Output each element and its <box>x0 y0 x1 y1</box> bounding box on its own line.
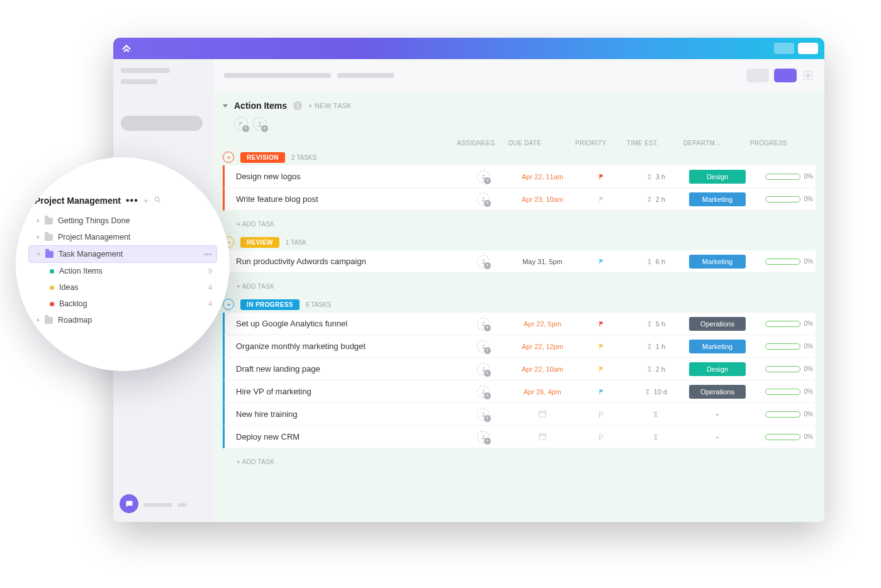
task-row[interactable]: Set up Google Analytics funnel Apr 22, 5… <box>223 313 816 335</box>
department[interactable]: - <box>686 409 749 420</box>
department[interactable]: Marketing <box>686 340 749 353</box>
due-date[interactable]: Apr 22, 12pm <box>511 343 574 350</box>
task-row[interactable]: Write feature blog post Apr 23, 10am2 hM… <box>223 188 816 211</box>
settings-icon[interactable] <box>802 69 814 82</box>
add-task-button[interactable]: + ADD TASK <box>223 278 816 295</box>
time-estimate[interactable]: 2 h <box>629 196 682 203</box>
task-row[interactable]: Hire VP of marketing Apr 26, 4pm10 dOper… <box>223 380 816 403</box>
priority-flag[interactable] <box>578 433 626 441</box>
due-date[interactable]: Apr 22, 5pm <box>511 320 574 328</box>
due-date[interactable]: Apr 22, 11am <box>511 173 574 180</box>
task-row[interactable]: Organize monthly marketing budget Apr 22… <box>223 335 816 358</box>
time-estimate[interactable]: 10 d <box>629 388 682 396</box>
sidebar-folder-item[interactable]: Project Management <box>28 229 217 245</box>
priority-flag[interactable] <box>578 411 626 418</box>
time-estimate-empty[interactable] <box>629 411 682 418</box>
sidebar-folder-item[interactable]: Roadmap <box>28 312 217 328</box>
sidebar-folder-item[interactable]: Task Management••• <box>28 245 217 263</box>
window-minimize-button[interactable] <box>774 43 794 54</box>
add-icon[interactable]: + <box>143 196 149 206</box>
due-date-empty[interactable] <box>511 409 574 419</box>
task-name[interactable]: Deploy new CRM <box>236 432 456 441</box>
due-date-empty[interactable] <box>511 432 574 442</box>
task-row[interactable]: Deploy new CRM - 0% <box>223 426 816 448</box>
department[interactable]: Marketing <box>686 192 749 206</box>
time-estimate[interactable]: 6 h <box>629 258 682 265</box>
task-name[interactable]: Set up Google Analytics funnel <box>236 319 456 328</box>
assignee[interactable] <box>459 340 507 353</box>
task-row[interactable]: New hire training - 0% <box>223 403 816 426</box>
task-name[interactable]: Write feature blog post <box>236 194 456 204</box>
progress[interactable]: 0% <box>753 343 816 350</box>
chat-fab[interactable] <box>120 494 138 513</box>
assignee[interactable] <box>459 318 507 330</box>
toolbar-view-button-active[interactable] <box>774 69 797 82</box>
assignee[interactable] <box>459 408 507 421</box>
task-row[interactable]: Draft new landing page Apr 22, 10am2 hDe… <box>223 358 816 380</box>
new-task-button[interactable]: + NEW TASK <box>308 102 352 109</box>
progress[interactable]: 0% <box>753 433 816 440</box>
time-estimate[interactable]: 1 h <box>629 343 682 350</box>
info-icon[interactable]: i <box>293 101 302 110</box>
due-date[interactable]: Apr 23, 10am <box>511 196 574 203</box>
assignee[interactable] <box>459 386 507 398</box>
department[interactable]: Design <box>686 362 749 376</box>
task-name[interactable]: New hire training <box>236 409 456 419</box>
task-name[interactable]: Draft new landing page <box>236 364 456 374</box>
add-task-button[interactable]: + ADD TASK <box>223 453 816 470</box>
progress[interactable]: 0% <box>753 411 816 418</box>
task-row[interactable]: Run productivity Adwords campaign May 31… <box>223 250 816 273</box>
task-name[interactable]: Hire VP of marketing <box>236 387 456 396</box>
add-priority-icon[interactable] <box>234 117 248 131</box>
task-row[interactable]: Design new logos Apr 22, 11am3 hDesign 0… <box>223 165 816 188</box>
priority-flag[interactable] <box>578 196 626 203</box>
priority-flag[interactable] <box>578 365 626 373</box>
progress[interactable]: 0% <box>753 388 816 395</box>
due-date[interactable]: Apr 22, 10am <box>511 365 574 373</box>
chevron-down-icon[interactable] <box>223 299 234 310</box>
add-task-button[interactable]: + ADD TASK <box>223 216 816 233</box>
progress[interactable]: 0% <box>753 196 816 202</box>
task-name[interactable]: Run productivity Adwords campaign <box>236 257 456 266</box>
sidebar-folder-item[interactable]: Getting Things Done <box>28 213 217 229</box>
time-estimate[interactable]: 3 h <box>629 173 682 180</box>
priority-flag[interactable] <box>578 173 626 180</box>
priority-flag[interactable] <box>578 258 626 265</box>
progress[interactable]: 0% <box>753 173 816 180</box>
collapse-icon[interactable] <box>223 104 228 108</box>
window-maximize-button[interactable] <box>798 43 818 54</box>
group-header[interactable]: REVIEW 1 TASK <box>223 236 816 248</box>
toolbar-view-button[interactable] <box>746 69 769 82</box>
due-date[interactable]: May 31, 5pm <box>511 258 574 265</box>
department[interactable]: Design <box>686 170 749 184</box>
sidebar-list-item[interactable]: Action Items9 <box>28 263 217 279</box>
time-estimate[interactable]: 5 h <box>629 320 682 328</box>
group-header[interactable]: IN PROGRESS 6 TASKS <box>223 299 816 310</box>
task-name[interactable]: Organize monthly marketing budget <box>236 341 456 351</box>
priority-flag[interactable] <box>578 388 626 396</box>
assignee[interactable] <box>459 255 507 268</box>
sidebar-search[interactable] <box>121 116 203 131</box>
progress[interactable]: 0% <box>753 365 816 372</box>
assignee[interactable] <box>459 170 507 183</box>
department[interactable]: Marketing <box>686 255 749 269</box>
search-icon[interactable] <box>154 196 162 206</box>
more-icon[interactable]: ••• <box>126 195 138 206</box>
sidebar-list-item[interactable]: Ideas4 <box>28 279 217 296</box>
department[interactable]: Operations <box>686 385 749 399</box>
progress[interactable]: 0% <box>753 320 816 327</box>
chevron-down-icon[interactable] <box>223 152 234 163</box>
assignee[interactable] <box>459 193 507 206</box>
department[interactable]: Operations <box>686 317 749 331</box>
sidebar-list-item[interactable]: Backlog4 <box>28 296 217 312</box>
task-name[interactable]: Design new logos <box>236 172 456 181</box>
priority-flag[interactable] <box>578 343 626 350</box>
assignee[interactable] <box>459 363 507 375</box>
due-date[interactable]: Apr 26, 4pm <box>511 388 574 396</box>
time-estimate-empty[interactable] <box>629 434 682 440</box>
department[interactable]: - <box>686 431 749 443</box>
time-estimate[interactable]: 2 h <box>629 365 682 373</box>
priority-flag[interactable] <box>578 320 626 328</box>
assignee[interactable] <box>459 431 507 443</box>
add-assignee-icon[interactable] <box>253 117 267 131</box>
